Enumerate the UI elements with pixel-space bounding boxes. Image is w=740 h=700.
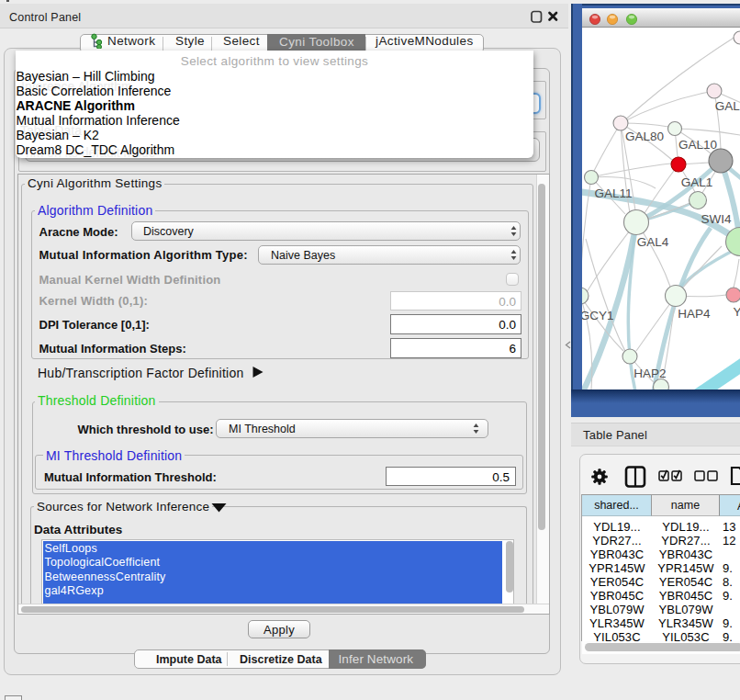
svg-text:SWI4: SWI4	[701, 212, 731, 226]
svg-text:Y: Y	[733, 305, 740, 319]
svg-text:GAL10: GAL10	[678, 138, 717, 152]
svg-text:GAL7: GAL7	[715, 99, 740, 113]
svg-text:HAP4: HAP4	[678, 307, 711, 321]
svg-text:GAL80: GAL80	[625, 130, 664, 143]
svg-text:GAL11: GAL11	[594, 186, 632, 200]
svg-text:GAL1: GAL1	[681, 175, 713, 189]
svg-text:GCY1: GCY1	[582, 309, 613, 322]
svg-text:HAP2: HAP2	[633, 367, 666, 380]
svg-text:GAL4: GAL4	[637, 235, 669, 249]
